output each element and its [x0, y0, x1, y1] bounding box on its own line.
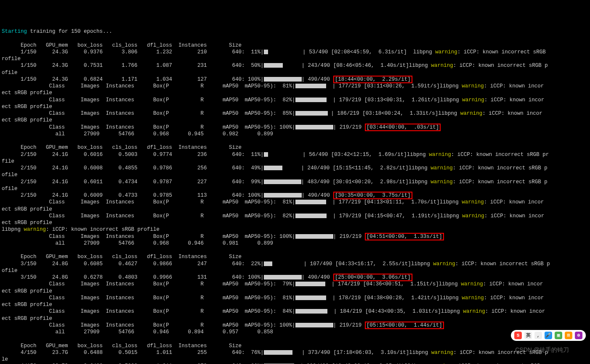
app-icon[interactable]: ▦ — [555, 332, 562, 339]
mic-icon[interactable]: 🎤 — [545, 332, 552, 339]
grid-icon[interactable]: ⊞ — [565, 332, 572, 339]
ime-floatbar[interactable]: S 英 , 🎤 ▦ ⊞ ⊕ — [511, 330, 586, 341]
punct-toggle[interactable]: , — [534, 332, 542, 339]
sogou-icon[interactable]: S — [514, 332, 522, 339]
terminal-output: Starting training for 150 epochs... Epoc… — [2, 28, 588, 364]
csdn-watermark: CSDN @徒手的钝刀 — [515, 346, 569, 353]
lang-toggle[interactable]: 英 — [524, 332, 532, 339]
more-icon[interactable]: ⊕ — [575, 332, 582, 339]
